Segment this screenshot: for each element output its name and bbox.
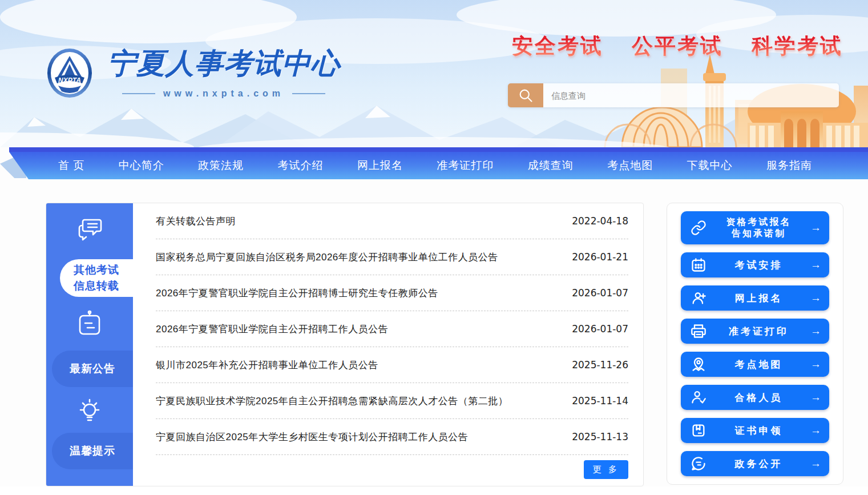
arrow-right-icon: → [810, 292, 821, 304]
category-sidebar: 其他考试 信息转载 最新公告 [46, 203, 133, 486]
announcement-row[interactable]: 2026年宁夏警官职业学院自主公开招聘博士研究生专任教师公告 2026-01-0… [156, 275, 628, 311]
sidebar-tab-warm-tips[interactable]: 温馨提示 [52, 433, 133, 469]
main-nav: 首 页 中心简介 政策法规 考试介绍 网上报名 准考证打印 成绩查询 考点地图 … [0, 147, 868, 182]
nav-item-home[interactable]: 首 页 [58, 158, 84, 173]
announcement-row[interactable]: 宁夏回族自治区2025年大学生乡村医生专项计划公开招聘工作人员公告 2025-1… [156, 419, 628, 455]
nav-item-policy[interactable]: 政策法规 [198, 158, 244, 173]
more-button[interactable]: 更 多 [584, 460, 628, 479]
slogan-scientific: 科学考试 [752, 32, 843, 61]
nav-item-download[interactable]: 下载中心 [687, 158, 733, 173]
nav-item-online-register[interactable]: 网上报名 [357, 158, 403, 173]
arrow-right-icon: → [810, 259, 821, 271]
arrow-right-icon: → [810, 424, 821, 437]
site-title: 宁夏人事考试中心 [107, 48, 340, 79]
announcement-row[interactable]: 银川市2025年补充公开招聘事业单位工作人员公告 2025-11-26 [156, 347, 628, 383]
nav-item-score-query[interactable]: 成绩查询 [528, 158, 574, 173]
search-input[interactable] [543, 83, 839, 107]
search-button[interactable] [508, 83, 543, 107]
user-plus-icon [690, 289, 707, 307]
certificate-icon [690, 422, 707, 439]
info-chat-icon [690, 455, 707, 472]
arrow-right-icon: → [810, 325, 821, 337]
site-url: www.nxpta.com [107, 88, 340, 99]
announcement-row[interactable]: 宁夏民族职业技术学院2025年自主公开招聘急需紧缺高层次人才公告（第二批） 20… [156, 383, 628, 419]
quick-link-online-register[interactable]: 网上报名 → [681, 285, 829, 311]
quick-link-site-map[interactable]: 考点地图 → [681, 352, 829, 377]
quick-link-exam-schedule[interactable]: 考试安排 → [681, 252, 829, 277]
announcement-row[interactable]: 2026年宁夏警官职业学院自主公开招聘工作人员公告 2026-01-07 [156, 311, 628, 347]
link-icon [690, 219, 707, 236]
quick-link-qualified-personnel[interactable]: 合格人员 → [681, 385, 829, 410]
map-pin-icon [690, 356, 707, 373]
announcement-row[interactable]: 有关转载公告声明 2022-04-18 [156, 203, 628, 239]
lightbulb-icon [46, 395, 133, 426]
nav-bar: 首 页 中心简介 政策法规 考试介绍 网上报名 准考证打印 成绩查询 考点地图 … [0, 152, 868, 179]
site-logo-icon: NXPTA [47, 48, 92, 98]
site-logo-lockup[interactable]: NXPTA 宁夏人事考试中心 www.nxpta.com [47, 48, 340, 99]
arrow-right-icon: → [810, 358, 821, 371]
quick-link-commitment-system[interactable]: 资格考试报名 告知承诺制 → [681, 211, 829, 244]
nav-item-site-map[interactable]: 考点地图 [607, 158, 653, 173]
announcement-row[interactable]: 国家税务总局宁夏回族自治区税务局2026年度公开招聘事业单位工作人员公告 202… [156, 239, 628, 275]
quick-links-panel: 资格考试报名 告知承诺制 → 考试安排 → [667, 203, 843, 485]
user-check-icon [690, 389, 707, 406]
nav-top-strip [9, 147, 868, 152]
calendar-icon [690, 256, 707, 273]
chat-bubbles-icon [46, 214, 133, 247]
slogan-fair: 公平考试 [632, 32, 723, 61]
notice-board-icon [46, 308, 133, 338]
quick-link-certificate-claim[interactable]: 证书申领 → [681, 418, 829, 443]
site-header: NXPTA 宁夏人事考试中心 www.nxpta.com 安全考试 公平考试 科… [0, 0, 868, 147]
nav-item-about[interactable]: 中心简介 [119, 158, 164, 173]
nav-item-admission-print[interactable]: 准考证打印 [437, 158, 494, 173]
nav-item-exam-intro[interactable]: 考试介绍 [278, 158, 324, 173]
header-slogans: 安全考试 公平考试 科学考试 [512, 32, 843, 61]
slogan-safe: 安全考试 [512, 32, 603, 61]
nav-item-service-guide[interactable]: 服务指南 [766, 158, 812, 173]
page-content: 其他考试 信息转载 最新公告 [0, 182, 868, 486]
announcement-card: 其他考试 信息转载 最新公告 [46, 203, 644, 486]
search-bar [508, 83, 839, 107]
arrow-right-icon: → [810, 457, 821, 470]
url-rule-left [122, 93, 155, 94]
quick-link-government-affairs[interactable]: 政务公开 → [681, 451, 829, 476]
announcement-list: 有关转载公告声明 2022-04-18 国家税务总局宁夏回族自治区税务局2026… [133, 203, 643, 486]
arrow-right-icon: → [810, 391, 821, 404]
more-row: 更 多 [156, 455, 628, 486]
sidebar-tab-other-exam-info[interactable]: 其他考试 信息转载 [60, 259, 133, 297]
quick-link-admission-print[interactable]: 准考证打印 → [681, 319, 829, 344]
svg-text:NXPTA: NXPTA [58, 77, 81, 84]
search-icon [518, 87, 534, 103]
arrow-right-icon: → [810, 222, 821, 234]
printer-icon [690, 323, 707, 340]
url-rule-right [292, 93, 325, 94]
sidebar-tab-latest-notices[interactable]: 最新公告 [52, 351, 133, 387]
